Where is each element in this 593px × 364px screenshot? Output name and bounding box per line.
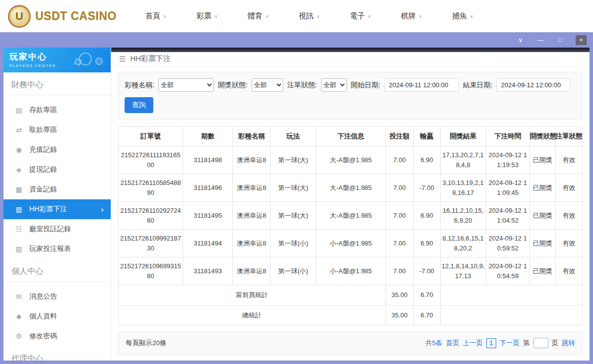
- top-nav: 首頁∨彩票∨體育∨視訊∨電子∨棋牌∨捕魚∨: [145, 11, 503, 21]
- jump-link[interactable]: 跳转: [562, 339, 575, 348]
- pagination-bar: 每頁顯示20條 共5条 首页 上一页 1 下一页 第 页 跳转: [118, 331, 583, 355]
- table-row: 215217261099921873031181494澳洲幸运8第一球(小)小-…: [119, 230, 583, 257]
- sidebar: 玩家中心 PLAYERS CENTER 財務中心▤存款專區⇄取款專區◉充值記錄◈…: [3, 48, 111, 361]
- sidebar-item-label: 玩家投注報表: [29, 244, 71, 253]
- table-cell: 已開獎: [529, 230, 555, 257]
- sidebar-item-label: 取款專區: [29, 125, 57, 134]
- nav-item-fishing[interactable]: 捕魚∨: [452, 11, 503, 21]
- nav-item-slots[interactable]: 電子∨: [350, 11, 401, 21]
- next-page-link[interactable]: 下一页: [500, 339, 520, 348]
- column-header: 下注時間: [486, 127, 529, 146]
- table-cell: 澳洲幸运8: [233, 202, 270, 230]
- column-header: 訂單號: [119, 127, 183, 146]
- sidebar-item-funds-record[interactable]: ▦資金記錄: [3, 180, 111, 199]
- total-count: 共5条: [425, 339, 443, 348]
- current-page[interactable]: 1: [486, 338, 496, 348]
- window-body: 玩家中心 PLAYERS CENTER 財務中心▤存款專區⇄取款專區◉充值記錄◈…: [3, 48, 590, 361]
- lottery-name-select[interactable]: 全部: [158, 78, 214, 92]
- chevron-down-icon: ∨: [317, 14, 320, 19]
- table-cell: 7.00: [386, 146, 413, 174]
- table-cell: 澳洲幸运8: [233, 174, 270, 202]
- nav-label: 視訊: [299, 11, 314, 21]
- site-header: U USDT CASINO 首頁∨彩票∨體育∨視訊∨電子∨棋牌∨捕魚∨: [0, 0, 593, 32]
- summary-row: 當前頁統計35.006.70: [119, 285, 583, 305]
- summary-bet-total: 35.00: [386, 305, 413, 325]
- sidebar-item-hh-lottery-bets[interactable]: ▥HH彩票下注›: [3, 199, 111, 219]
- sidebar-item-deposit[interactable]: ▤存款專區: [3, 100, 111, 120]
- search-button[interactable]: 查詢: [125, 97, 153, 113]
- table-cell: 31181496: [183, 174, 233, 202]
- table-cell: 2024-09-12 10:59:52: [486, 230, 529, 257]
- chevron-down-icon: ∨: [163, 14, 167, 19]
- table-cell: 16,11,2,10,15,6,9,20: [440, 202, 486, 230]
- window-maximize-icon[interactable]: □: [556, 35, 565, 45]
- nav-label: 捕魚: [452, 11, 467, 21]
- dice-decoration-graphic: [71, 50, 107, 70]
- column-header: 開獎結果: [440, 127, 486, 146]
- window-collapse-icon[interactable]: ∨: [516, 35, 525, 45]
- window-close-icon[interactable]: ×: [576, 35, 587, 45]
- sidebar-item-label: HH彩票下注: [29, 205, 67, 214]
- menu-toggle-icon[interactable]: ☰: [119, 55, 126, 63]
- summary-label: 總統計: [119, 305, 386, 325]
- table-cell: 已開獎: [529, 257, 555, 285]
- end-date-label: 結束日期:: [463, 81, 493, 90]
- sidebar-item-change-password[interactable]: ⚙修改密碼: [3, 326, 111, 346]
- table-cell: 6.90: [413, 202, 440, 230]
- end-date-input[interactable]: [496, 78, 571, 92]
- table-cell: 已開獎: [529, 202, 555, 230]
- nav-item-sports[interactable]: 體育∨: [248, 11, 299, 21]
- table-cell: 2024-09-12 10:54:59: [486, 257, 529, 285]
- start-date-input[interactable]: [385, 78, 459, 92]
- announcement-icon: ✉: [14, 293, 23, 301]
- table-cell: -7.00: [413, 257, 440, 285]
- table-cell: 有效: [555, 257, 582, 285]
- table-body: 215217261111931650031181498澳洲幸运8第一球(大)大-…: [119, 146, 583, 285]
- per-page-label: 每頁顯示20條: [126, 339, 167, 348]
- logo[interactable]: U USDT CASINO: [8, 5, 117, 28]
- table-row: 215217261096993158031181493澳洲幸运8第一球(小)小-…: [119, 257, 583, 285]
- sidebar-item-withdraw[interactable]: ⇄取款專區: [3, 120, 111, 140]
- window-minimize-icon[interactable]: —: [536, 35, 545, 45]
- hall-bet-record-icon: ☷: [14, 225, 23, 233]
- table-cell: 有效: [555, 146, 582, 174]
- table-cell: 2024-09-12 11:04:52: [486, 202, 529, 230]
- table-cell: 17,13,20,2,7,18,4,8: [440, 146, 486, 174]
- table-cell: 12,1,8,14,10,9,17,13: [440, 257, 486, 285]
- page-jump-input[interactable]: [533, 338, 548, 348]
- sidebar-item-hall-bet-records[interactable]: ☷廳室投註記錄: [3, 219, 111, 239]
- nav-item-lottery[interactable]: 彩票∨: [197, 11, 248, 21]
- top-shadow-strip: [111, 48, 590, 52]
- sidebar-item-label: 廳室投註記錄: [29, 225, 71, 234]
- bet-status-select[interactable]: 全部: [321, 78, 347, 92]
- column-header: 下注信息: [316, 127, 386, 146]
- nav-label: 彩票: [197, 11, 211, 21]
- filter-panel: 彩種名稱: 全部 開獎狀態: 全部 注單狀態: 全部 開始日期:: [118, 72, 583, 120]
- sidebar-item-announcements[interactable]: ✉消息公告: [3, 287, 111, 306]
- nav-item-live[interactable]: 視訊∨: [299, 11, 350, 21]
- sidebar-item-recharge-record[interactable]: ◉充值記錄: [3, 140, 111, 160]
- table-cell: 31181493: [183, 257, 233, 285]
- table-cell: 2152172611029272460: [119, 202, 183, 230]
- nav-item-home[interactable]: 首頁∨: [145, 11, 197, 21]
- sidebar-item-profile[interactable]: ☻個人資料: [3, 306, 111, 326]
- sidebar-item-label: 個人資料: [29, 312, 57, 321]
- table-cell: 已開獎: [529, 146, 555, 174]
- summary-label: 當前頁統計: [119, 285, 386, 305]
- table-cell: 有效: [555, 202, 582, 230]
- page-word-prefix: 第: [523, 339, 530, 348]
- bets-table: 訂單號期數彩種名稱玩法下注信息投注額輸贏開獎結果下注時間開獎狀態注單狀態 215…: [118, 126, 583, 325]
- table-cell: 第一球(大): [270, 146, 316, 174]
- nav-item-chess[interactable]: 棋牌∨: [401, 11, 452, 21]
- draw-status-select[interactable]: 全部: [252, 78, 283, 92]
- table-header-row: 訂單號期數彩種名稱玩法下注信息投注額輸贏開獎結果下注時間開獎狀態注單狀態: [119, 127, 583, 146]
- table-cell: 第一球(小): [270, 257, 316, 285]
- first-page-link[interactable]: 首页: [446, 339, 459, 348]
- prev-page-link[interactable]: 上一页: [462, 339, 483, 348]
- table-cell: 2024-09-12 11:09:45: [486, 174, 529, 202]
- sidebar-item-cashout-record[interactable]: ◈提現記錄: [3, 160, 111, 180]
- summary-empty-cell: [440, 285, 582, 305]
- sidebar-item-player-bet-report[interactable]: ▨玩家投注報表: [3, 239, 111, 259]
- section-heading: 財務中心: [3, 72, 111, 95]
- bet-report-icon: ▨: [14, 245, 23, 253]
